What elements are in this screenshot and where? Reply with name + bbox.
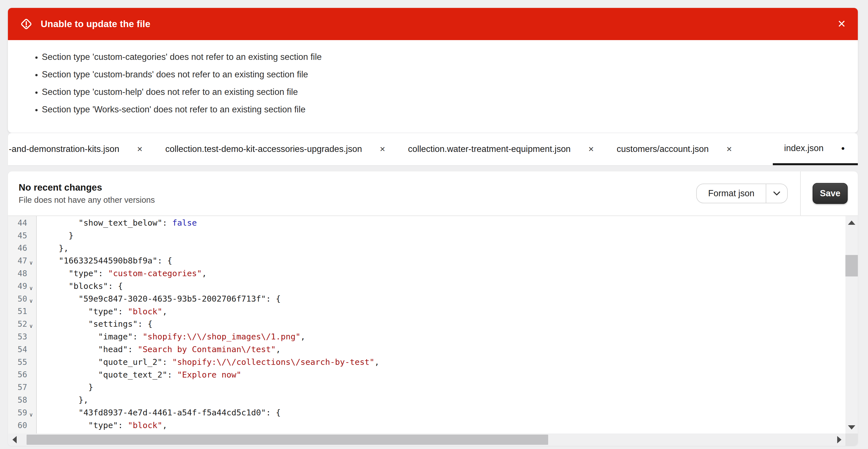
gutter-row: 55	[8, 356, 36, 368]
token-key: "quote_text_2"	[98, 370, 167, 380]
gutter-row: 53	[8, 330, 36, 343]
token-str: "Search by Contaminan\/test"	[137, 345, 276, 354]
error-item: Section type 'custom-help' does not refe…	[42, 85, 846, 99]
token-plain: :	[162, 357, 173, 367]
format-json-button[interactable]: Format json	[697, 188, 766, 198]
code-line: "166332544590b8bf9a": {	[39, 254, 845, 267]
error-item: Section type 'Works-section' does not re…	[42, 103, 846, 116]
code-line: "image": "shopify:\/\/shop_images\/1.png…	[39, 330, 845, 343]
fold-chevron-icon[interactable]: ∨	[27, 259, 35, 266]
banner-close-icon[interactable]: ✕	[837, 19, 846, 29]
line-number: 51	[18, 307, 27, 316]
token-plain: :	[162, 218, 173, 228]
line-number: 50	[18, 294, 27, 303]
gutter-row: 57	[8, 381, 36, 394]
line-number: 56	[18, 370, 27, 379]
token-plain: : {	[266, 294, 281, 303]
file-tab[interactable]: collection.water-treatment-equipment.jso…	[397, 133, 605, 165]
code-line: "type": "block",	[39, 305, 845, 318]
token-key: "59e9c847-3020-4635-93b5-2002706f713f"	[79, 294, 266, 303]
token-plain: : {	[108, 281, 123, 291]
gutter-row: 56	[8, 368, 36, 381]
fold-chevron-icon[interactable]: ∨	[27, 323, 35, 329]
line-number: 49	[18, 282, 27, 291]
token-str: "shopify:\/\/collections\/search-by-test…	[172, 357, 374, 367]
token-plain: ,	[300, 332, 305, 342]
error-item: Section type 'custom-brands' does not re…	[42, 68, 846, 81]
token-key: "blocks"	[69, 281, 108, 291]
file-tab[interactable]: collection.test-demo-kit-accessories-upg…	[154, 133, 397, 165]
code-line: "blocks": {	[39, 280, 845, 293]
unsaved-changes-dot-icon: ●	[841, 145, 845, 151]
vertical-scrollbar[interactable]	[845, 216, 858, 434]
token-key: "43fd8937-4e7d-4461-a54f-f5a44cd5c1d0"	[79, 408, 266, 417]
code-line: },	[39, 242, 845, 255]
fold-chevron-icon[interactable]: ∨	[27, 285, 35, 291]
editor-toolbar: No recent changes File does not have any…	[8, 171, 858, 216]
gutter-row: 45	[8, 229, 36, 242]
version-status-heading: No recent changes	[19, 182, 155, 193]
line-number: 47	[18, 256, 27, 265]
tab-strip: -and-demonstration-kits.json✕collection.…	[8, 133, 858, 165]
code-line: "show_text_below": false	[39, 217, 845, 229]
line-number: 53	[18, 332, 27, 342]
token-plain: ,	[202, 268, 207, 278]
banner-title: Unable to update the file	[41, 19, 150, 29]
code-line: },	[39, 394, 845, 406]
token-plain: },	[59, 244, 69, 253]
version-status: No recent changes File does not have any…	[8, 182, 155, 205]
fold-chevron-icon[interactable]: ∨	[27, 298, 35, 304]
gutter-row: 54	[8, 343, 36, 356]
code-pane[interactable]: "show_text_below": false } }, "166332544…	[37, 216, 845, 434]
token-key: "show_text_below"	[79, 218, 162, 228]
fold-chevron-icon[interactable]: ∨	[27, 411, 35, 418]
token-key: "166332544590b8bf9a"	[59, 256, 157, 265]
tab-close-icon[interactable]: ✕	[726, 146, 732, 153]
line-number: 52	[18, 319, 27, 329]
line-number: 48	[18, 269, 27, 278]
horizontal-scrollbar[interactable]	[8, 434, 858, 446]
code-line: "settings": {	[39, 318, 845, 330]
format-json-split-button: Format json	[696, 184, 788, 203]
line-number: 54	[18, 345, 27, 354]
scroll-right-arrow-icon[interactable]	[837, 436, 841, 443]
token-key: "type"	[88, 420, 118, 430]
token-plain: : {	[137, 319, 152, 329]
editor-card: No recent changes File does not have any…	[8, 171, 858, 446]
scroll-up-arrow-icon[interactable]	[848, 221, 855, 225]
tab-label: index.json	[784, 143, 824, 153]
file-tab[interactable]: customers/account.json✕	[606, 133, 744, 165]
token-plain: ,	[276, 345, 281, 354]
horizontal-scrollbar-thumb[interactable]	[27, 435, 548, 445]
tab-close-icon[interactable]: ✕	[137, 146, 143, 153]
token-key: "quote_url_2"	[98, 357, 162, 367]
token-plain: },	[79, 395, 88, 405]
file-tab[interactable]: -and-demonstration-kits.json✕	[8, 133, 154, 165]
code-line: "43fd8937-4e7d-4461-a54f-f5a44cd5c1d0": …	[39, 406, 845, 419]
scrollbar-corner	[845, 434, 858, 446]
gutter-row: 50∨	[8, 293, 36, 305]
save-button[interactable]: Save	[813, 183, 848, 204]
token-str: "block"	[128, 307, 162, 316]
file-tab[interactable]: index.json●	[773, 133, 858, 165]
line-number-gutter: 44454647∨4849∨50∨5152∨53545556575859∨606…	[8, 216, 37, 434]
error-banner-card: Unable to update the file ✕ Section type…	[8, 8, 858, 133]
gutter-row: 51	[8, 305, 36, 318]
gutter-row: 49∨	[8, 280, 36, 293]
token-str: "shopify:\/\/shop_images\/1.png"	[143, 332, 301, 342]
vertical-scrollbar-thumb[interactable]	[845, 255, 858, 277]
token-plain: :	[128, 345, 137, 354]
code-editor: 44454647∨4849∨50∨5152∨53545556575859∨606…	[8, 216, 858, 434]
chevron-down-icon[interactable]	[766, 184, 787, 203]
gutter-row: 59∨	[8, 406, 36, 419]
tab-label: collection.test-demo-kit-accessories-upg…	[165, 144, 362, 154]
token-plain: :	[133, 332, 143, 342]
scroll-down-arrow-icon[interactable]	[848, 425, 855, 429]
scroll-left-arrow-icon[interactable]	[12, 436, 17, 443]
token-key: "image"	[98, 332, 133, 342]
token-plain: }	[69, 231, 73, 240]
tab-close-icon[interactable]: ✕	[379, 146, 385, 153]
code-line: "type": "block",	[39, 419, 845, 432]
tab-close-icon[interactable]: ✕	[588, 146, 594, 153]
token-plain: : {	[157, 256, 172, 265]
